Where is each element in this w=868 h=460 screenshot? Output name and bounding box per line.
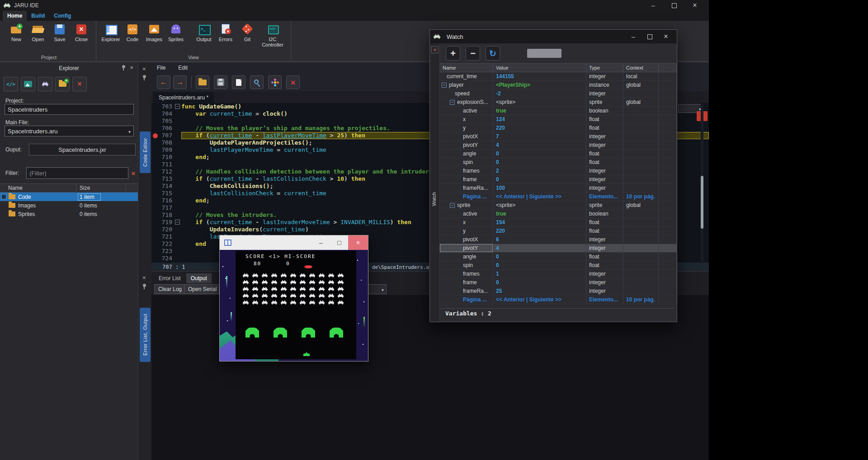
watch-row[interactable]: frameRa...25integer xyxy=(440,287,677,296)
watch-row[interactable]: x124float xyxy=(440,115,677,124)
editor-scrollbar[interactable] xyxy=(701,104,703,262)
forward-button[interactable] xyxy=(173,75,187,89)
watch-row[interactable]: activetrueboolean xyxy=(440,210,677,218)
pin-icon[interactable] xyxy=(143,284,146,287)
watch-row[interactable]: activetrueboolean xyxy=(440,107,677,115)
maximize-button[interactable] xyxy=(664,0,684,11)
close-panel-icon[interactable]: × xyxy=(431,46,439,53)
menu-build[interactable]: Build xyxy=(27,11,49,21)
watch-row[interactable]: Página ...<< Anterior | Siguiente >>Elem… xyxy=(440,192,677,201)
pin-icon[interactable] xyxy=(143,75,146,78)
tab-error-list[interactable]: Error List xyxy=(154,273,185,283)
filter-input[interactable] xyxy=(26,167,128,179)
clear-filter-icon[interactable]: × xyxy=(130,167,137,179)
pin-icon[interactable] xyxy=(122,65,125,68)
watch-row[interactable]: y220float xyxy=(440,227,677,235)
watch-close-button[interactable] xyxy=(658,30,674,43)
watch-row[interactable]: −player<PlayerShip>instanceglobal xyxy=(440,81,677,89)
minimize-button[interactable] xyxy=(643,0,664,11)
ribbon-item-git[interactable]: Git xyxy=(236,22,258,42)
image-tool-button[interactable] xyxy=(21,77,35,91)
game-maximize-button[interactable] xyxy=(330,235,348,250)
watch-row[interactable]: frame0integer xyxy=(440,278,677,287)
watch-row[interactable]: pivotY4integer xyxy=(440,141,677,150)
watch-row[interactable]: spin0float xyxy=(440,261,677,270)
watch-row[interactable]: pivotX6integer xyxy=(440,235,677,244)
ribbon-item-errors[interactable]: Errors xyxy=(215,22,236,42)
settings-button[interactable] xyxy=(268,75,282,89)
close-button[interactable] xyxy=(684,0,705,11)
ribbon-item-close[interactable]: Close xyxy=(71,22,92,42)
ribbon-item-explorer[interactable]: Explorer xyxy=(100,22,122,42)
close-panel-icon[interactable]: × xyxy=(142,275,146,281)
ribbon-item-output[interactable]: Output xyxy=(193,22,215,42)
watch-maximize-button[interactable] xyxy=(642,30,658,43)
menu-home[interactable]: Home xyxy=(3,11,27,21)
watch-row[interactable]: angle0float xyxy=(440,253,677,261)
tab-output[interactable]: Output xyxy=(186,273,212,283)
vertical-tab-watch[interactable]: Watch xyxy=(431,179,437,206)
code-tool-button[interactable] xyxy=(4,77,18,91)
watch-row[interactable]: −explosionS...<sprite>spriteglobal xyxy=(440,98,677,107)
ribbon-item-sprites[interactable]: Sprites xyxy=(165,22,187,42)
watch-row[interactable]: frame0integer xyxy=(440,175,677,184)
menu-config[interactable]: Config xyxy=(49,11,75,21)
menu-edit[interactable]: Edit xyxy=(178,65,188,71)
collapse-toggle[interactable]: − xyxy=(442,83,447,88)
tab-spaceintruders-aru[interactable]: SpaceIntruders.aru * xyxy=(153,92,214,103)
ribbon-item-save[interactable]: Save xyxy=(49,22,71,42)
watch-row[interactable]: y220float xyxy=(440,124,677,132)
add-watch-button[interactable] xyxy=(446,46,460,61)
open-file-button[interactable] xyxy=(196,75,209,89)
fold-marker[interactable]: – xyxy=(175,104,180,109)
fold-marker[interactable]: – xyxy=(175,220,180,225)
game-close-button[interactable]: × xyxy=(348,235,368,250)
watch-row[interactable]: frames2integer xyxy=(440,167,677,175)
sprite-tool-button[interactable] xyxy=(38,77,52,91)
ribbon-item-code[interactable]: Code xyxy=(122,22,143,42)
vertical-tab-error-output[interactable]: Error List, Output xyxy=(140,308,151,362)
delete-button[interactable] xyxy=(72,77,87,91)
ribbon-item-open[interactable]: Open xyxy=(27,22,49,42)
project-input[interactable] xyxy=(5,104,134,115)
open-serial-button[interactable]: Open Serial xyxy=(184,284,221,294)
close-panel-icon[interactable]: × xyxy=(130,65,133,70)
breakpoint-icon[interactable] xyxy=(153,133,158,138)
watch-row[interactable]: current_time144155integerlocal xyxy=(440,72,677,81)
new-document-button[interactable] xyxy=(232,75,245,89)
back-button[interactable] xyxy=(157,75,170,89)
scrollbar-thumb[interactable] xyxy=(701,176,703,229)
ribbon-item-new[interactable]: New xyxy=(5,22,27,42)
expand-toggle[interactable] xyxy=(1,194,6,199)
tree-row-images[interactable]: Images 0 items xyxy=(0,201,138,210)
watch-row[interactable]: speed-2integer xyxy=(440,89,677,98)
remove-watch-button[interactable] xyxy=(466,46,480,61)
watch-row[interactable]: frames1integer xyxy=(440,270,677,278)
ribbon-item-i2c-controller[interactable]: I2C Controller xyxy=(258,22,287,47)
game-minimize-button[interactable]: – xyxy=(312,235,330,250)
clear-log-button[interactable]: Clear Log xyxy=(154,284,186,294)
save-file-button[interactable] xyxy=(214,75,227,89)
tree-row-sprites[interactable]: Sprites 0 items xyxy=(0,210,138,218)
watch-row[interactable]: Página ...<< Anterior | Siguiente >>Elem… xyxy=(440,296,677,304)
watch-filter-input[interactable] xyxy=(527,49,561,58)
close-panel-icon[interactable]: × xyxy=(142,66,146,72)
main-file-select[interactable]: SpaceIntruders.aru xyxy=(5,126,134,136)
tree-row-code[interactable]: Code 1 item xyxy=(0,192,138,201)
watch-row[interactable]: spin0float xyxy=(440,158,677,167)
collapse-toggle[interactable]: − xyxy=(450,100,455,105)
refresh-watch-button[interactable] xyxy=(486,46,500,61)
close-file-button[interactable] xyxy=(286,75,300,89)
search-button[interactable] xyxy=(250,75,264,89)
ribbon-item-images[interactable]: Images xyxy=(143,22,165,42)
watch-row[interactable]: frameRa...100integer xyxy=(440,184,677,192)
watch-row[interactable]: pivotY4integer xyxy=(440,244,677,253)
menu-file[interactable]: File xyxy=(157,65,165,71)
vertical-tab-code-editor[interactable]: Code Editor xyxy=(140,131,151,173)
collapse-toggle[interactable]: − xyxy=(450,203,455,208)
watch-row[interactable]: x154float xyxy=(440,218,677,227)
watch-row[interactable]: angle0float xyxy=(440,150,677,158)
watch-minimize-button[interactable] xyxy=(625,30,642,43)
add-folder-button[interactable] xyxy=(55,77,70,91)
watch-row[interactable]: −sprite<sprite>spriteglobal xyxy=(440,201,677,210)
